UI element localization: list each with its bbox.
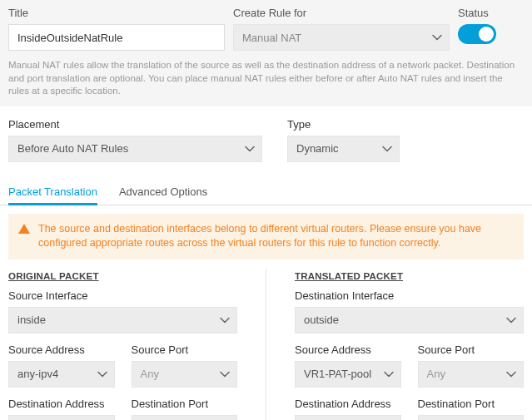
chevron-down-icon: [245, 144, 255, 154]
tabs: Packet Translation Advanced Options: [0, 177, 532, 205]
orig-source-address-select[interactable]: any-ipv4: [8, 361, 115, 388]
toggle-knob: [479, 27, 494, 42]
translated-packet-column: TRANSLATED PACKET Destination Interface …: [295, 268, 524, 420]
trans-dest-address-select[interactable]: Any: [295, 415, 401, 420]
orig-source-port-label: Source Port: [132, 343, 238, 356]
rule-for-value: Manual NAT: [242, 32, 301, 44]
source-interface-label: Source Interface: [8, 289, 237, 302]
trans-source-port-select[interactable]: Any: [418, 361, 525, 388]
top-panel: Title Create Rule for Manual NAT Status …: [0, 0, 532, 106]
trans-source-port-label: Source Port: [418, 343, 525, 356]
trans-source-port-value: Any: [427, 368, 445, 380]
chevron-down-icon: [382, 144, 392, 154]
original-packet-column: ORIGINAL PACKET Source Interface inside …: [8, 268, 237, 420]
rule-for-select: Manual NAT: [233, 24, 450, 51]
orig-source-port-select[interactable]: Any: [132, 361, 238, 388]
placement-select[interactable]: Before Auto NAT Rules: [8, 136, 262, 162]
translated-packet-heading: TRANSLATED PACKET: [295, 271, 524, 281]
column-divider: [266, 268, 266, 420]
chevron-down-icon: [97, 369, 107, 379]
tab-advanced-options[interactable]: Advanced Options: [119, 177, 207, 205]
trans-dest-port-select[interactable]: Any: [418, 415, 525, 420]
chevron-down-icon: [384, 369, 394, 379]
original-packet-heading: ORIGINAL PACKET: [8, 271, 237, 281]
placement-value: Before Auto NAT Rules: [17, 142, 128, 155]
orig-source-port-value: Any: [141, 368, 159, 380]
trans-dest-address-label: Destination Address: [295, 398, 401, 410]
warning-icon: [18, 224, 30, 234]
type-value: Dynamic: [296, 142, 339, 155]
dest-interface-value: outside: [304, 314, 339, 326]
title-input[interactable]: [8, 24, 225, 51]
orig-dest-port-select[interactable]: Any: [132, 415, 238, 420]
type-select[interactable]: Dynamic: [287, 136, 400, 162]
source-interface-select[interactable]: inside: [8, 307, 237, 334]
title-label: Title: [8, 7, 225, 19]
orig-dest-port-label: Destination Port: [132, 398, 238, 410]
source-interface-value: inside: [17, 314, 46, 326]
status-label: Status: [458, 7, 489, 19]
chevron-down-icon: [220, 315, 230, 325]
tab-packet-translation[interactable]: Packet Translation: [8, 177, 97, 205]
placement-label: Placement: [8, 118, 262, 131]
orig-source-address-value: any-ipv4: [17, 368, 58, 380]
chevron-down-icon: [506, 369, 516, 379]
trans-source-address-label: Source Address: [295, 343, 401, 356]
orig-dest-address-select[interactable]: Any: [8, 415, 115, 420]
orig-dest-address-label: Destination Address: [8, 398, 115, 410]
trans-source-address-select[interactable]: VR1-PAT-pool: [295, 361, 401, 388]
trans-source-address-value: VR1-PAT-pool: [304, 368, 371, 380]
status-toggle[interactable]: [458, 24, 496, 44]
orig-source-address-label: Source Address: [8, 343, 115, 356]
help-text: Manual NAT rules allow the translation o…: [8, 59, 524, 98]
type-label: Type: [287, 118, 400, 131]
chevron-down-icon: [506, 315, 516, 325]
chevron-down-icon: [220, 369, 230, 379]
dest-interface-label: Destination Interface: [295, 289, 524, 302]
trans-dest-port-label: Destination Port: [418, 398, 525, 410]
chevron-down-icon: [432, 32, 442, 42]
warning-text: The source and destination interfaces be…: [38, 222, 514, 251]
rule-for-label: Create Rule for: [233, 7, 450, 19]
dest-interface-select[interactable]: outside: [295, 307, 524, 334]
warning-banner: The source and destination interfaces be…: [8, 214, 524, 259]
